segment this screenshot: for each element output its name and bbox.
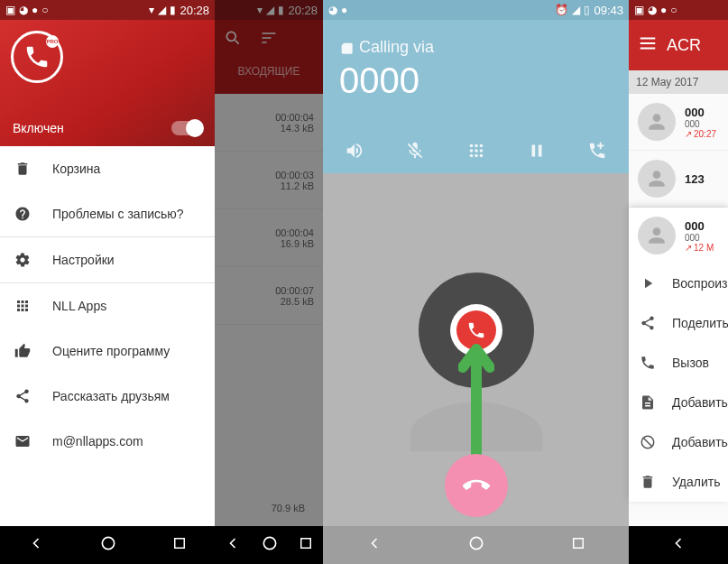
screen-list: ▾ ◢ ▮ 20:28 ВХОДЯЩИЕ 00:00:04 14.3 kB 00…	[215, 0, 323, 564]
status-time: 09:43	[594, 4, 623, 17]
trash-icon	[640, 474, 658, 490]
signal-icon: ◢	[572, 4, 580, 16]
svg-point-13	[479, 154, 483, 158]
nav-back[interactable]	[669, 534, 687, 556]
drawer-item-settings[interactable]: Настройки	[0, 237, 215, 282]
dot-icon: ○	[670, 4, 677, 16]
battery-icon: ▯	[584, 4, 590, 16]
toggle-label: Включен	[13, 121, 64, 135]
email-icon	[14, 433, 32, 449]
recording-item[interactable]: 00:00:03 11.2 kB	[215, 152, 323, 209]
sheet-label: Добавить	[672, 435, 728, 449]
nav-recent[interactable]	[570, 535, 586, 555]
help-icon	[14, 206, 32, 222]
status-bar: ◕ ● ⏰ ◢ ▯ 09:43	[323, 0, 629, 20]
svg-point-2	[226, 32, 235, 41]
screen-call: ◕ ● ⏰ ◢ ▯ 09:43 Calling via 0000	[323, 0, 629, 564]
call-actions	[339, 141, 613, 164]
nav-bar	[0, 526, 215, 564]
nav-back[interactable]	[27, 534, 45, 556]
block-icon	[640, 434, 658, 450]
sheet-share[interactable]: Поделить	[629, 303, 728, 343]
drawer-item-help[interactable]: Проблемы с записью?	[0, 191, 215, 236]
drawer-item-rate[interactable]: Оцените программу	[0, 328, 215, 374]
add-call-icon[interactable]	[587, 141, 607, 161]
nav-recent[interactable]	[171, 535, 188, 555]
dot-icon: ●	[341, 4, 347, 16]
battery-icon: ▮	[278, 4, 284, 16]
pause-icon[interactable]	[527, 141, 547, 161]
nav-back[interactable]	[365, 534, 383, 556]
nav-bar	[323, 526, 629, 564]
status-bar: ▣ ◕ ● ○	[629, 0, 728, 20]
mute-icon[interactable]	[405, 141, 425, 161]
nav-recent[interactable]	[298, 535, 314, 555]
svg-point-11	[469, 154, 473, 158]
menu-icon[interactable]	[638, 33, 658, 57]
tab-incoming[interactable]: ВХОДЯЩИЕ	[215, 60, 323, 83]
speaker-icon[interactable]	[345, 141, 364, 161]
nav-home[interactable]	[467, 534, 485, 556]
sheet-call[interactable]: Вызов	[629, 343, 728, 383]
item-info: 000 000 ↗20:27	[685, 106, 716, 139]
size: 28.5 kB	[281, 296, 314, 307]
drawer-header: PRO Включен	[0, 20, 215, 146]
drawer-label: Оцените программу	[52, 344, 170, 358]
size: 16.9 kB	[281, 238, 314, 249]
sheet-delete[interactable]: Удалить	[629, 462, 728, 502]
screen-drawer: ▣ ◕ ● ○ ▾ ◢ ▮ 20:28 PRO Включен Корзина …	[0, 0, 215, 564]
alarm-icon: ⏰	[555, 4, 568, 16]
drawer-item-apps[interactable]: NLL Apps	[0, 283, 215, 328]
calling-via-label: Calling via	[339, 38, 613, 57]
enable-toggle[interactable]	[171, 121, 202, 135]
dialpad-icon[interactable]	[466, 141, 486, 161]
drawer-item-email[interactable]: m@nllapps.com	[0, 419, 215, 464]
svg-point-5	[469, 144, 473, 148]
svg-rect-15	[574, 539, 584, 549]
image-icon: ▣	[5, 4, 15, 16]
dot-icon: ●	[660, 4, 667, 16]
drawer-item-trash[interactable]: Корзина	[0, 146, 215, 191]
recording-item[interactable]: 00:00:04 14.3 kB	[215, 94, 323, 152]
phone-status-icon: ◕	[328, 4, 337, 16]
list-item[interactable]: 000 000 ↗20:27	[629, 94, 728, 151]
status-bar: ▾ ◢ ▮ 20:28	[215, 0, 323, 20]
pro-badge: PRO	[46, 35, 59, 48]
date-header: 12 May 2017	[629, 70, 728, 94]
nav-bar	[215, 526, 323, 564]
duration: 00:00:04	[275, 227, 314, 238]
enable-toggle-row: Включен	[0, 110, 215, 146]
call-number: 0000	[339, 60, 613, 101]
drawer-list: Корзина Проблемы с записью? Настройки NL…	[0, 146, 215, 464]
dot-icon: ○	[41, 4, 48, 16]
drawer-item-share[interactable]: Рассказать друзьям	[0, 374, 215, 419]
play-icon	[640, 275, 658, 291]
signal-icon: ◢	[266, 4, 274, 16]
list-item[interactable]: 123	[629, 151, 728, 208]
apps-icon	[14, 298, 32, 314]
avatar	[638, 160, 676, 198]
wifi-icon: ▾	[257, 4, 263, 16]
sheet-add-block[interactable]: Добавить	[629, 422, 728, 462]
app-toolbar: ACR	[629, 20, 728, 70]
sheet-play[interactable]: Воспроиз	[629, 264, 728, 303]
nav-back[interactable]	[224, 534, 242, 556]
bottom-sheet: 000 000 ↗12 M Воспроиз Поделить Вызов До…	[629, 208, 728, 502]
end-call-button[interactable]	[445, 454, 508, 517]
status-bar: ▣ ◕ ● ○ ▾ ◢ ▮ 20:28	[0, 0, 215, 20]
sheet-add-doc[interactable]: Добавить	[629, 383, 728, 422]
nav-home[interactable]	[261, 534, 279, 556]
trash-icon	[14, 161, 32, 177]
recording-item[interactable]: 00:00:07 28.5 kB	[215, 267, 323, 325]
nav-home[interactable]	[99, 534, 117, 556]
outgoing-icon: ↗	[685, 243, 692, 253]
sort-icon[interactable]	[260, 29, 278, 51]
wifi-icon: ▾	[149, 4, 154, 16]
recording-item[interactable]: 00:00:04 16.9 kB	[215, 209, 323, 267]
phone-status-icon: ◕	[19, 4, 28, 16]
svg-rect-4	[300, 539, 310, 549]
item-name: 000	[685, 106, 716, 119]
svg-point-6	[475, 144, 478, 148]
search-icon[interactable]	[224, 29, 242, 51]
sheet-label: Добавить	[672, 395, 728, 410]
